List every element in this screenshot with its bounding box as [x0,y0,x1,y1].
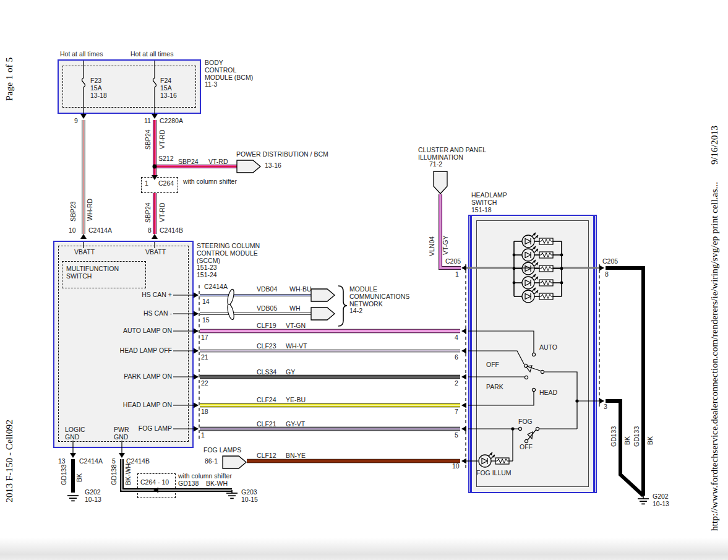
wire-sbp23-color: WH-RD [86,199,93,221]
position-head: HEAD [539,389,557,397]
switch-pin-5: 5 [455,432,458,439]
sccm-pin-8: 8 [148,227,152,235]
wire-gd133-left-id: GD133 [60,465,67,485]
pin-1-sccm: 1 [201,432,205,439]
color-wh-vt: WH-VT [286,343,307,350]
pin-21: 21 [201,354,208,361]
position-auto: AUTO [539,344,557,351]
wiper-contact [541,370,544,373]
source-url-label: http://www.fordtechservice.dealerconnect… [709,126,720,531]
pin-22: 22 [201,380,208,387]
circuit-clf12: CLF12 [257,452,276,460]
junction-dot [575,399,578,402]
wire-sbp24-lower-id: SBP24 [144,202,152,223]
twisted-pair-icon [226,288,235,320]
wire-gd133-right1-color: BK [623,436,631,445]
off-contact [524,364,527,367]
head-contact [532,388,535,391]
circuit-cls34: CLS34 [257,369,276,376]
url-text: http://www.fordtechservice.dealerconnect… [709,182,719,531]
fuse-f24-label: F24 15A 13-16 [160,77,177,99]
branch-wire-color: VT-RD [208,158,228,166]
connector-c205-left: C205 [445,258,461,265]
arrow-down-icon [80,114,87,119]
wire-sbp24-lower-color: VT-RD [158,203,166,223]
vbatt-right: VBATT [145,249,166,256]
connector-c2414a-side: C2414A [204,283,228,291]
switch-pin-6: 6 [455,354,458,361]
cluster-connector-icon [434,171,447,194]
ground-g202-right-icon [638,499,649,504]
network-title: MODULE COMMUNICATIONS NETWORK 14-2 [349,286,409,315]
vbatt-left: VBATT [74,249,95,256]
fog-illum-resistor-icon [495,458,509,464]
document-label: 2013 F-150 - Cell092 [4,420,15,502]
headlamp-rotary-switch [466,331,599,461]
circuit-clf19: CLF19 [257,322,276,330]
cluster-ref: 71-2 [429,161,442,168]
wire-sbp24-upper-id: SBP24 [144,129,152,150]
wire-gd138-h-id: GD138 [178,480,199,488]
color-wh-bu: WH-BU [289,286,312,293]
fog-lamps-connector-icon [223,456,246,468]
wire-vln04-color: VT-GY [442,235,449,255]
network-connector-icon [311,308,335,320]
ground-g203-label: G203 10-15 [241,489,258,504]
brace-icon [338,286,347,326]
fog-off-contact [525,439,528,442]
c264-10-note: with column shifter [178,473,232,480]
multifunction-switch-label: MULTIFUNCTION SWITCH [66,265,119,280]
switch-pin-4: 4 [455,334,458,342]
ground-g202-left-label: G202 10-13 [85,489,101,504]
wire-gd138-v-color: BK-WH [124,463,132,485]
sccm-row-fog-lamp: FOG LAMP [67,425,172,433]
connector-c2414a-top: C2414A [88,227,112,235]
splice-s212-dot [153,165,157,169]
color-gy-vt: GY-VT [286,421,305,428]
switch-pin-3: 3 [604,403,607,411]
power-dist-connector-icon [237,160,260,173]
arrow-down-icon [119,453,125,458]
circuit-clf21: CLF21 [257,421,276,428]
sccm-row-head-lamp-off: HEAD LAMP OFF [67,347,172,355]
hot-label-left: Hot at all times [60,51,103,58]
sccm-row-auto-lamp-on: AUTO LAMP ON [67,327,172,335]
c264-note: with column shifter [183,178,237,186]
wire-sbp24-upper-color: VT-RD [158,130,166,150]
power-dist-title: POWER DISTRIBUTION / BCM [236,151,328,158]
arrow-up-icon [80,234,87,239]
splice-s212-label: S212 [158,155,174,163]
sccm-row-hs-can-minus: HS CAN - [67,310,172,317]
fuse-f23-label: F23 15A 13-18 [90,77,107,99]
headlamp-switch-title: HEADLAMP SWITCH 151-18 [471,192,507,213]
connector-c205-right: C205 [602,258,618,265]
color-wh: WH [289,305,301,312]
junction-dot [511,427,514,430]
pin-15: 15 [202,317,210,324]
color-gy: GY [286,369,295,376]
switch-pin-2: 2 [455,380,458,387]
pin-14: 14 [202,298,210,306]
fog-contact [518,427,521,430]
wire-gd133-right1-id: GD133 [610,426,617,447]
arrow-down-icon [70,453,76,458]
pin-1-switch: 1 [455,271,459,278]
wiring-diagram-page: Hot at all times Hot at all times BODY C… [0,0,728,560]
ground-g203-icon [226,493,238,498]
wire-gd133-right2-id: GD133 [633,426,640,447]
circuit-clf24: CLF24 [257,397,276,404]
network-connector-icon [311,289,335,301]
auto-contact [532,353,535,356]
switch-pin-10: 10 [452,463,460,470]
wire-gd133-right2-color: BK [646,436,654,445]
wire-vln04-id: VLN04 [428,236,435,256]
position-off: OFF [486,361,499,369]
arrow-down-icon [152,114,158,119]
bcm-pin-11: 11 [144,118,151,125]
circuit-vdb05: VDB05 [257,305,277,312]
pin-18: 18 [201,408,208,416]
power-dist-ref: 13-16 [265,162,281,170]
fuse-f24 [153,61,156,114]
sccm-pin-10: 10 [69,227,76,235]
connector-c2280a: C2280A [160,118,183,125]
